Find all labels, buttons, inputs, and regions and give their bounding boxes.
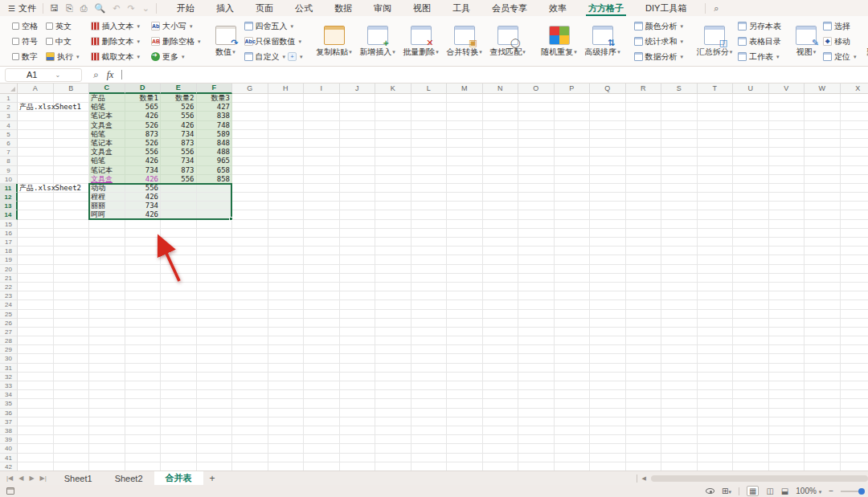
row-header-21[interactable]: 21 — [0, 274, 18, 283]
cell-U13[interactable] — [733, 202, 769, 210]
cell-T26[interactable] — [698, 319, 734, 328]
insert-new-button[interactable]: ＋新增插入▾ — [358, 26, 398, 58]
cell-J31[interactable] — [340, 364, 376, 373]
cell-L27[interactable] — [411, 328, 448, 336]
cell-O27[interactable] — [518, 328, 555, 336]
cell-P29[interactable] — [555, 345, 591, 354]
cell-F20[interactable] — [197, 265, 233, 274]
cell-E34[interactable] — [161, 390, 197, 399]
cell-G3[interactable] — [232, 112, 268, 120]
export-icon[interactable]: ⎘ — [66, 3, 73, 14]
cell-Q6[interactable] — [590, 139, 626, 148]
cell-A23[interactable] — [18, 291, 54, 300]
cell-A40[interactable] — [18, 444, 54, 453]
more-button[interactable]: 更多▾ — [151, 50, 201, 63]
cell-R10[interactable] — [626, 175, 662, 184]
cell-D19[interactable] — [125, 255, 162, 264]
cell-C30[interactable] — [89, 354, 125, 363]
cell-X29[interactable] — [841, 345, 868, 354]
cell-R11[interactable] — [626, 184, 662, 193]
print-preview-icon[interactable]: 🔍 — [95, 3, 106, 14]
cell-N1[interactable] — [483, 94, 519, 103]
spotlight-button[interactable]: 聚光灯▾ — [865, 26, 868, 58]
cell-J8[interactable] — [340, 157, 376, 165]
cell-E20[interactable] — [161, 265, 197, 274]
cell-C11[interactable]: 动动 — [89, 184, 125, 193]
cell-D31[interactable] — [125, 364, 162, 373]
cell-A30[interactable] — [18, 354, 54, 363]
cell-T16[interactable] — [698, 229, 734, 238]
cell-I12[interactable] — [304, 193, 340, 202]
cell-T33[interactable] — [698, 381, 734, 390]
cell-T40[interactable] — [698, 444, 734, 453]
cell-N12[interactable] — [483, 193, 519, 202]
cell-E3[interactable]: 556 — [161, 112, 197, 120]
cell-J20[interactable] — [340, 265, 376, 274]
cell-T30[interactable] — [698, 354, 734, 363]
cell-P30[interactable] — [555, 354, 591, 363]
cell-G20[interactable] — [232, 265, 268, 274]
cell-B5[interactable] — [54, 130, 90, 139]
cell-V27[interactable] — [769, 328, 805, 336]
cell-R25[interactable] — [626, 310, 662, 319]
select-button[interactable]: 选择 — [823, 19, 857, 33]
cell-T19[interactable] — [698, 255, 734, 264]
cell-W40[interactable] — [805, 444, 841, 453]
cell-M40[interactable] — [447, 444, 483, 453]
cell-M29[interactable] — [447, 345, 483, 354]
cell-J29[interactable] — [340, 345, 376, 354]
cell-Q22[interactable] — [590, 283, 626, 291]
cell-J21[interactable] — [340, 274, 376, 283]
cell-X34[interactable] — [841, 390, 868, 399]
cell-H40[interactable] — [268, 444, 305, 453]
fx-icon[interactable]: fx — [107, 69, 114, 81]
cell-O10[interactable] — [518, 175, 555, 184]
cell-R21[interactable] — [626, 274, 662, 283]
random-repeat-button[interactable]: 随机重复▾ — [539, 26, 579, 58]
cell-Q26[interactable] — [590, 319, 626, 328]
column-header-D[interactable]: D — [125, 84, 162, 94]
cell-G24[interactable] — [232, 300, 268, 309]
cell-I22[interactable] — [304, 283, 340, 291]
cell-P38[interactable] — [555, 426, 591, 435]
cell-W2[interactable] — [805, 103, 841, 112]
cell-C29[interactable] — [89, 345, 125, 354]
cell-U40[interactable] — [733, 444, 769, 453]
cell-N28[interactable] — [483, 336, 519, 345]
cell-S18[interactable] — [661, 246, 698, 255]
cell-B26[interactable] — [54, 319, 90, 328]
cell-P23[interactable] — [555, 291, 591, 300]
cell-V11[interactable] — [769, 184, 805, 193]
cell-P39[interactable] — [555, 435, 591, 444]
cell-D15[interactable] — [125, 220, 162, 229]
cell-C9[interactable]: 笔记本 — [89, 166, 125, 175]
cell-F17[interactable] — [197, 238, 233, 246]
cell-D24[interactable] — [125, 300, 162, 309]
column-header-J[interactable]: J — [340, 84, 376, 94]
cell-P20[interactable] — [555, 265, 591, 274]
cell-I8[interactable] — [304, 157, 340, 165]
cell-W15[interactable] — [805, 220, 841, 229]
cell-M25[interactable] — [447, 310, 483, 319]
cell-H8[interactable] — [268, 157, 305, 165]
cell-O24[interactable] — [518, 300, 555, 309]
cell-K21[interactable] — [375, 274, 411, 283]
cell-H41[interactable] — [268, 454, 305, 462]
cell-F31[interactable] — [197, 364, 233, 373]
cell-J42[interactable] — [340, 462, 376, 471]
cell-B27[interactable] — [54, 328, 90, 336]
cell-E26[interactable] — [161, 319, 197, 328]
cell-R39[interactable] — [626, 435, 662, 444]
cell-N3[interactable] — [483, 112, 519, 120]
row-header-18[interactable]: 18 — [0, 246, 18, 255]
cell-L37[interactable] — [411, 418, 448, 426]
cell-F37[interactable] — [197, 418, 233, 426]
cell-E40[interactable] — [161, 444, 197, 453]
cell-S11[interactable] — [661, 184, 698, 193]
cell-K11[interactable] — [375, 184, 411, 193]
advanced-sort-button[interactable]: ⇅高级排序▾ — [583, 26, 623, 58]
cell-L26[interactable] — [411, 319, 448, 328]
cell-Q17[interactable] — [590, 238, 626, 246]
row-header-36[interactable]: 36 — [0, 409, 18, 418]
row-header-37[interactable]: 37 — [0, 418, 18, 426]
